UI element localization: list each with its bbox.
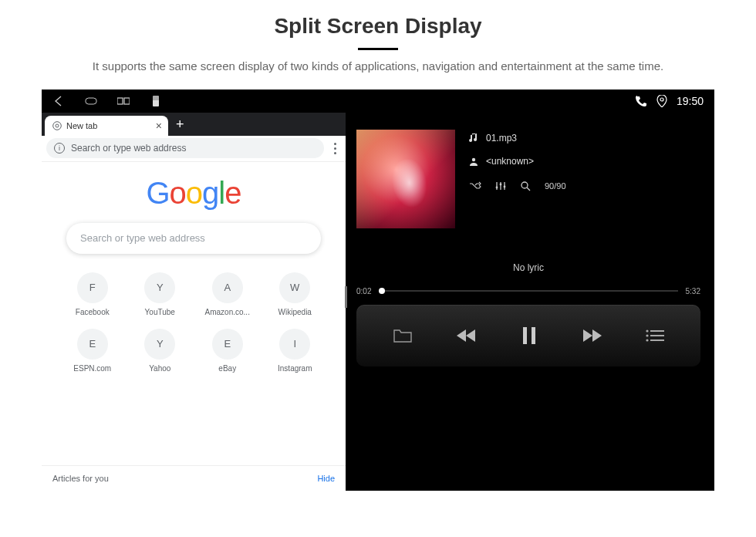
playback-mode-row: 90/90 <box>469 181 566 191</box>
usb-icon <box>150 96 162 106</box>
chrome-menu-icon[interactable] <box>329 143 341 154</box>
svg-point-12 <box>646 329 649 332</box>
bookmark-yahoo[interactable]: YYahoo <box>130 329 191 373</box>
next-track-button[interactable] <box>582 328 602 343</box>
bookmark-letter: A <box>212 272 243 303</box>
chrome-tab[interactable]: New tab × <box>45 116 168 136</box>
bookmark-label: Wikipedia <box>278 308 312 316</box>
bookmark-letter: E <box>212 329 243 360</box>
google-logo: Google <box>146 176 241 211</box>
svg-point-3 <box>53 121 62 130</box>
site-info-icon[interactable]: i <box>54 143 65 154</box>
playback-controls <box>356 305 700 366</box>
close-tab-icon[interactable]: × <box>156 120 162 132</box>
bookmark-label: eBay <box>218 364 236 373</box>
location-icon[interactable] <box>656 95 667 107</box>
bookmark-youtube[interactable]: YYouTube <box>130 272 191 316</box>
page-title: Split Screen Display <box>0 14 756 39</box>
nav-buttons <box>52 96 162 106</box>
track-filename: 01.mp3 <box>486 133 517 144</box>
splitscreen-body: New tab × + i Search or type web address… <box>42 113 714 491</box>
pause-button[interactable] <box>521 326 537 345</box>
music-note-icon <box>469 133 478 144</box>
equalizer-icon[interactable] <box>495 181 506 191</box>
home-icon[interactable] <box>85 96 97 106</box>
device-screenshot: 19:50 New tab × + i Search or type web a… <box>42 90 714 491</box>
artist-name: <unknown> <box>486 156 534 167</box>
svg-rect-1 <box>117 98 123 104</box>
bookmark-ebay[interactable]: EeBay <box>197 329 258 373</box>
svg-point-14 <box>646 339 649 341</box>
playlist-button[interactable] <box>646 329 664 343</box>
bookmark-label: ESPN.com <box>73 364 111 373</box>
android-status-bar: 19:50 <box>42 90 714 113</box>
hide-link[interactable]: Hide <box>317 474 335 483</box>
time-duration: 5:32 <box>686 287 700 296</box>
omnibox-placeholder: Search or type web address <box>71 143 186 154</box>
chrome-tab-strip: New tab × + <box>42 113 346 136</box>
omnibox[interactable]: i Search or type web address <box>46 138 324 158</box>
bookmark-letter: Y <box>144 272 175 303</box>
split-divider-handle[interactable] <box>345 286 347 308</box>
svg-rect-2 <box>124 98 130 104</box>
open-folder-button[interactable] <box>393 327 413 344</box>
search-input[interactable]: Search or type web address <box>66 223 321 254</box>
svg-point-13 <box>646 334 649 336</box>
bookmark-letter: F <box>77 272 108 303</box>
svg-rect-11 <box>532 327 535 344</box>
page-header: Split Screen Display It supports the sam… <box>0 0 756 76</box>
svg-point-7 <box>500 183 502 185</box>
bookmark-amazon[interactable]: AAmazon.co... <box>197 272 258 316</box>
lyric-text: No lyric <box>356 262 700 273</box>
progress-row: 0:02 5:32 <box>356 287 700 296</box>
clock-time: 19:50 <box>677 95 704 107</box>
status-right: 19:50 <box>635 95 704 107</box>
bookmark-letter: I <box>279 329 310 360</box>
chrome-ntp: Google Search or type web address FFaceb… <box>42 162 346 491</box>
searchbox-placeholder: Search or type web address <box>80 232 205 244</box>
svg-rect-0 <box>86 98 96 104</box>
svg-point-4 <box>56 124 59 127</box>
progress-slider[interactable] <box>379 290 677 292</box>
track-filename-row: 01.mp3 <box>469 133 566 144</box>
bookmark-label: Yahoo <box>149 364 170 373</box>
articles-label: Articles for you <box>52 474 109 483</box>
back-icon[interactable] <box>52 96 65 106</box>
bookmark-label: Facebook <box>76 308 110 316</box>
page-subtitle: It supports the same screen display of t… <box>31 58 725 76</box>
time-elapsed: 0:02 <box>356 287 371 296</box>
progress-thumb[interactable] <box>379 288 385 294</box>
chrome-favicon-icon <box>52 121 62 130</box>
artist-row: <unknown> <box>469 156 566 167</box>
bookmark-label: YouTube <box>145 308 175 316</box>
previous-track-button[interactable] <box>457 328 477 343</box>
music-player-pane: 01.mp3 <unknown> <box>346 113 714 491</box>
svg-point-6 <box>496 186 498 188</box>
track-position: 90/90 <box>545 181 566 191</box>
bookmark-letter: E <box>77 329 108 360</box>
album-art[interactable] <box>356 130 455 228</box>
bookmark-letter: Y <box>144 329 175 360</box>
bookmark-grid: FFacebook YYouTube AAmazon.co... WWikipe… <box>62 272 325 373</box>
bookmark-letter: W <box>279 272 310 303</box>
shuffle-icon[interactable] <box>469 181 481 191</box>
bookmark-label: Instagram <box>278 364 312 373</box>
bookmark-label: Amazon.co... <box>205 308 250 316</box>
chrome-pane: New tab × + i Search or type web address… <box>42 113 346 491</box>
bookmark-wikipedia[interactable]: WWikipedia <box>265 272 326 316</box>
svg-rect-10 <box>523 327 527 344</box>
tab-title: New tab <box>66 121 97 130</box>
svg-point-5 <box>472 157 475 160</box>
recents-icon[interactable] <box>117 96 130 106</box>
new-tab-button[interactable]: + <box>176 117 184 133</box>
phone-icon[interactable] <box>635 95 647 107</box>
bookmark-instagram[interactable]: IInstagram <box>265 329 326 373</box>
search-icon[interactable] <box>520 181 531 191</box>
chrome-toolbar: i Search or type web address <box>42 136 346 162</box>
title-underline <box>358 48 398 50</box>
bookmark-facebook[interactable]: FFacebook <box>62 272 123 316</box>
articles-for-you-row: Articles for you Hide <box>42 465 346 491</box>
svg-point-9 <box>521 182 528 188</box>
bookmark-espn[interactable]: EESPN.com <box>62 329 123 373</box>
artist-icon <box>469 157 478 166</box>
